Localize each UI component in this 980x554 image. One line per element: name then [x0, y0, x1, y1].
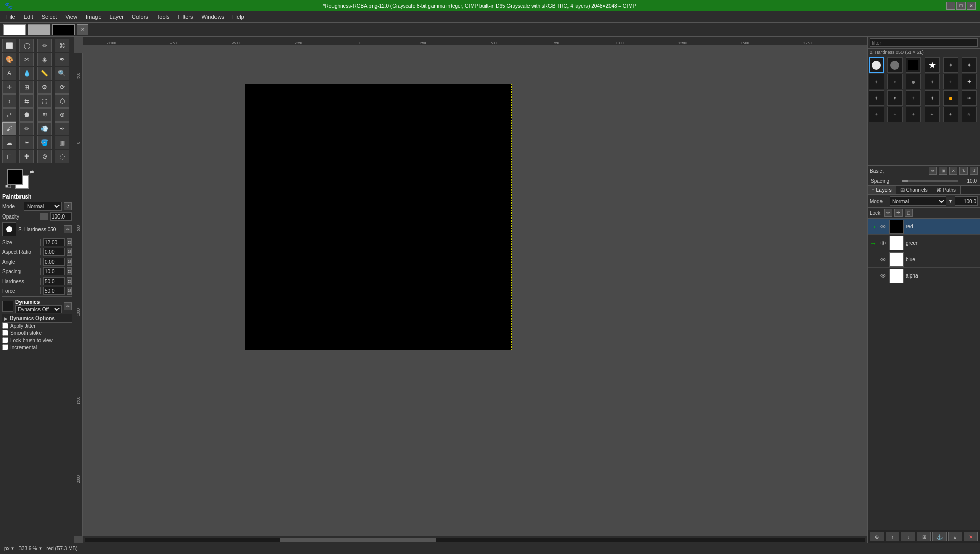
minimize-button[interactable]: – — [946, 2, 955, 10]
menu-image[interactable]: Image — [82, 13, 106, 21]
layers-chevron[interactable]: ▼ — [948, 199, 953, 204]
brush-cell-9[interactable]: ● — [906, 74, 921, 89]
zoom-dropdown-icon[interactable]: ▼ — [38, 546, 42, 551]
menu-windows[interactable]: Windows — [197, 13, 228, 21]
tool-smudge[interactable]: ☁ — [2, 136, 16, 149]
lock-brush-checkbox[interactable] — [2, 337, 8, 343]
layer-row-green[interactable]: → 👁 green — [868, 235, 980, 251]
layer-row-red[interactable]: → 👁 red — [868, 219, 980, 235]
merge-layers-button[interactable]: ⊌ — [948, 532, 963, 541]
anchor-layer-button[interactable]: ⚓ — [932, 532, 947, 541]
angle-link[interactable]: ⛓ — [67, 258, 72, 266]
brush-cell-18[interactable]: ≈ — [962, 90, 977, 106]
menu-file[interactable]: File — [2, 13, 19, 21]
tool-select-by-color[interactable]: 🎨 — [2, 53, 16, 66]
menu-edit[interactable]: Edit — [19, 13, 37, 21]
brush-cell-22[interactable]: ✦ — [925, 107, 940, 122]
brush-spacing-slider[interactable] — [902, 180, 958, 182]
brush-cell-13[interactable]: ✦ — [869, 90, 884, 106]
tool-flip[interactable]: ⇄ — [2, 108, 16, 122]
brush-refresh-icon[interactable]: ↺ — [970, 167, 978, 175]
mode-select[interactable]: Normal — [24, 202, 62, 211]
dynamics-preview[interactable] — [2, 301, 13, 312]
menu-layer[interactable]: Layer — [106, 13, 128, 21]
spacing-link[interactable]: ⛓ — [67, 267, 72, 275]
brush-cell-6[interactable]: ✦ — [962, 57, 977, 73]
canvas-image[interactable] — [245, 84, 512, 350]
size-slider[interactable] — [40, 239, 41, 246]
aspect-link[interactable]: ⛓ — [67, 248, 72, 256]
tool-crop[interactable]: ⚙ — [37, 81, 52, 94]
tab-paths[interactable]: ⌘ Paths — [932, 186, 961, 194]
maximize-button[interactable]: □ — [956, 2, 966, 10]
tool-rect-select[interactable]: ⬜ — [2, 39, 16, 52]
new-layer-button[interactable]: ⊕ — [870, 532, 884, 541]
menu-select[interactable]: Select — [37, 13, 62, 21]
incremental-checkbox[interactable] — [2, 344, 8, 350]
duplicate-layer-button[interactable]: ⊞ — [917, 532, 931, 541]
tab-layers[interactable]: ≡ Layers — [868, 186, 896, 194]
tool-cage-transform[interactable]: ⬟ — [19, 108, 34, 122]
size-link[interactable]: ⛓ — [67, 238, 72, 246]
brush-preview[interactable] — [2, 222, 16, 236]
dynamics-select[interactable]: Dynamics Off — [15, 305, 62, 313]
lock-alpha-icon[interactable]: ◻ — [905, 209, 913, 217]
opacity-slider[interactable] — [40, 213, 48, 220]
brush-cell-14[interactable]: ✦ — [887, 90, 903, 106]
unit-dropdown-icon[interactable]: ▼ — [11, 546, 15, 551]
brush-cell-1[interactable] — [869, 57, 884, 73]
tool-paintbrush[interactable]: 🖌 — [2, 122, 16, 135]
lock-brush-label[interactable]: Lock brush to view — [10, 338, 53, 343]
force-input[interactable] — [43, 287, 65, 295]
aspect-ratio-input[interactable] — [43, 248, 65, 256]
brush-cell-23[interactable]: ✦ — [943, 107, 958, 122]
brush-edit[interactable]: ✏ — [64, 225, 72, 233]
tool-transform-3d[interactable]: ⬡ — [55, 94, 69, 108]
menu-view[interactable]: View — [61, 13, 82, 21]
tool-foreground-select[interactable]: ◈ — [37, 53, 52, 66]
tool-dodge-burn[interactable]: ☀ — [19, 136, 34, 149]
brush-edit-icon[interactable]: ✏ — [929, 167, 937, 175]
hscroll-track[interactable] — [85, 538, 865, 542]
menu-filters[interactable]: Filters — [174, 13, 198, 21]
brush-cell-19[interactable]: ✦ — [869, 107, 884, 122]
layer-visibility-alpha[interactable]: 👁 — [879, 272, 887, 280]
layers-mode-select[interactable]: Normal — [890, 196, 946, 206]
menu-colors[interactable]: Colors — [128, 13, 152, 21]
apply-jitter-checkbox[interactable] — [2, 323, 8, 329]
spacing-input[interactable] — [43, 267, 65, 275]
brush-cell-21[interactable]: ✦ — [906, 107, 921, 122]
tool-heal[interactable]: ✚ — [19, 150, 34, 163]
brush-cell-17[interactable]: ● — [943, 90, 958, 106]
tool-align[interactable]: ⊞ — [19, 81, 34, 94]
tool-pencil[interactable]: ✏ — [19, 122, 34, 135]
lower-layer-button[interactable]: ↓ — [901, 532, 915, 541]
tool-scale[interactable]: ↕ — [2, 94, 16, 108]
layer-row-alpha[interactable]: → 👁 alpha — [868, 268, 980, 284]
layer-row-blue[interactable]: → 👁 blue — [868, 251, 980, 268]
tab-channels[interactable]: ⊞ Channels — [896, 186, 932, 194]
size-input[interactable] — [43, 238, 65, 246]
delete-layer-button[interactable]: ✕ — [964, 532, 978, 541]
tool-clone[interactable]: ⊚ — [37, 150, 52, 163]
tool-fuzzy-select[interactable]: ⌘ — [55, 39, 69, 52]
smooth-stroke-checkbox[interactable] — [2, 330, 8, 336]
tool-zoom[interactable]: 🔍 — [55, 67, 69, 80]
brush-cell-3[interactable] — [906, 57, 921, 73]
brush-cell-20[interactable]: ✦ — [887, 107, 903, 122]
brush-cell-7[interactable]: ✦ — [869, 74, 884, 89]
tool-move[interactable]: ✛ — [2, 81, 16, 94]
hscroll-thumb[interactable] — [280, 538, 436, 542]
brush-cell-5[interactable]: ✦ — [943, 57, 958, 73]
hardness-input[interactable] — [43, 277, 65, 285]
preset-swatch-3[interactable] — [52, 24, 75, 35]
dynamics-edit[interactable]: ✏ — [64, 302, 72, 310]
layer-visibility-blue[interactable]: 👁 — [879, 255, 887, 264]
statusbar-zoom[interactable]: 333.9 % ▼ — [18, 546, 42, 551]
tool-free-select[interactable]: ✏ — [37, 39, 52, 52]
force-link[interactable]: ⛓ — [67, 287, 72, 295]
close-button[interactable]: ✕ — [967, 2, 976, 10]
preset-swatch-2[interactable] — [28, 24, 50, 35]
canvas-hscroll[interactable] — [83, 536, 867, 543]
lock-pixels-icon[interactable]: ✏ — [884, 209, 892, 217]
